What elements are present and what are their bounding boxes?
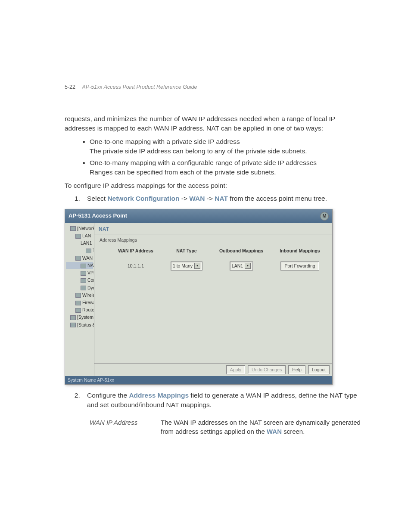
port-forwarding-button[interactable]: Port Fowarding: [280, 261, 319, 271]
tree-label: NAT: [87, 263, 94, 268]
step-2: Configure the Address Mappings field to …: [82, 391, 366, 410]
menu-network-configuration: Network Configuration: [107, 195, 179, 202]
col-nat-type: NAT Type: [167, 248, 206, 254]
chevron-down-icon: ▾: [194, 263, 200, 269]
menu-wan: WAN: [189, 195, 205, 202]
col-wan-ip: WAN IP Address: [116, 248, 156, 254]
field-address-mappings: Address Mappings: [129, 392, 189, 399]
tab-nat: NAT: [94, 223, 332, 234]
tree-label: LAN: [82, 233, 91, 238]
tree-label: LAN1: [81, 240, 92, 246]
nat-type-selected: 1 to Many: [173, 263, 193, 269]
doc-title: AP-51xx Access Point Product Reference G…: [82, 84, 197, 90]
button-bar: Apply Undo Changes Help Logout: [94, 363, 332, 376]
page-icon: [81, 278, 86, 283]
bullet-line: One-to-one mapping with a private side I…: [90, 138, 240, 145]
tree-label: Wireless: [82, 292, 94, 298]
col-outbound: Outbound Mappings: [218, 248, 265, 254]
tree-label: [Status & Statistics]: [77, 322, 94, 327]
tree-label: Firewall: [82, 300, 94, 305]
text: The WAN IP addresses on the NAT screen a…: [161, 419, 361, 435]
page-number: 5-22: [65, 84, 75, 90]
table-header: WAN IP Address NAT Type Outbound Mapping…: [94, 243, 332, 254]
tree-lan1[interactable]: LAN1: [66, 240, 93, 247]
folder-icon: [70, 315, 76, 320]
configure-line: To configure IP address mappings for the…: [65, 181, 366, 190]
page-icon: [81, 264, 86, 268]
text: ->: [205, 195, 215, 202]
bullet-subline: The private side IP address can belong t…: [90, 147, 307, 155]
tree-lan[interactable]: LAN: [66, 232, 93, 240]
def-term-wan-ip: WAN IP Address: [90, 418, 161, 436]
col-inbound: Inbound Mappings: [276, 248, 324, 254]
tree-type-filter[interactable]: Type Filter: [66, 247, 93, 254]
motorola-logo-icon: M: [320, 212, 329, 221]
definition-row: WAN IP Address The WAN IP addresses on t…: [90, 418, 366, 436]
text: Select: [87, 195, 107, 202]
apply-button[interactable]: Apply: [226, 365, 245, 374]
tree-dyndns[interactable]: DynDNS: [66, 284, 93, 292]
table-row: 10.1.1.1 1 to Many ▾ LAN1 ▾: [94, 255, 332, 271]
text: ->: [179, 195, 189, 202]
text: Configure the: [87, 392, 129, 399]
tree-label: WAN: [82, 255, 93, 261]
tree-network-configuration[interactable]: [Network Configuration]: [66, 225, 93, 232]
page-icon: [86, 249, 91, 253]
bullet-one-to-many: One-to-many mapping with a configurable …: [90, 158, 366, 177]
page-header: 5-22 AP-51xx Access Point Product Refere…: [65, 84, 197, 90]
text: from the access point menu tree.: [228, 195, 327, 202]
outbound-dropdown[interactable]: LAN1 ▾: [230, 261, 253, 271]
tree-content-filtering[interactable]: Content Filtering: [66, 277, 93, 284]
steps-list-cont: Configure the Address Mappings field to …: [82, 391, 366, 410]
tree-label: Router: [82, 307, 94, 312]
def-desc: The WAN IP addresses on the NAT screen a…: [161, 418, 366, 436]
fieldset-address-mappings: Address Mappings: [100, 237, 332, 243]
folder-icon: [75, 308, 81, 313]
system-name-bar: System Name AP-51xx: [65, 376, 332, 384]
tree-router[interactable]: Router: [66, 306, 93, 314]
tree-status-statistics[interactable]: [Status & Statistics]: [66, 321, 93, 329]
text: screen.: [282, 428, 305, 435]
outbound-selected: LAN1: [232, 263, 243, 269]
nat-type-dropdown[interactable]: 1 to Many ▾: [171, 261, 202, 271]
folder-icon: [70, 323, 76, 327]
intro-paragraph: requests, and minimizes the number of WA…: [65, 114, 366, 134]
tree-vpn[interactable]: VPN: [66, 269, 93, 277]
app-window: AP-5131 Access Point M [Network Configur…: [65, 209, 333, 385]
app-title-text: AP-5131 Access Point: [68, 212, 127, 220]
tree-system-configuration[interactable]: [System Configuration]: [66, 314, 93, 321]
page-icon: [81, 286, 86, 290]
folder-icon: [75, 234, 81, 239]
folder-icon: [70, 226, 76, 231]
nav-tree[interactable]: [Network Configuration] LAN LAN1 Type Fi…: [65, 223, 94, 376]
chevron-down-icon: ▾: [245, 263, 251, 269]
folder-icon: [75, 293, 81, 298]
content-pane: NAT Address Mappings WAN IP Address NAT …: [94, 223, 332, 376]
wan-link: WAN: [267, 428, 282, 435]
tree-nat[interactable]: NAT: [66, 262, 93, 269]
folder-icon: [75, 256, 81, 261]
bullet-line: One-to-many mapping with a configurable …: [90, 159, 317, 166]
bullet-one-to-one: One-to-one mapping with a private side I…: [90, 137, 366, 156]
undo-changes-button[interactable]: Undo Changes: [248, 365, 286, 374]
tree-firewall[interactable]: Firewall: [66, 299, 93, 306]
tree-wan[interactable]: WAN: [66, 255, 93, 262]
folder-icon: [75, 301, 81, 305]
page-icon: [81, 271, 86, 276]
steps-list: Select Network Configuration -> WAN -> N…: [82, 194, 366, 203]
tree-label: VPN: [87, 270, 94, 275]
help-button[interactable]: Help: [288, 365, 305, 374]
step-1: Select Network Configuration -> WAN -> N…: [82, 194, 366, 203]
tree-label: [System Configuration]: [77, 314, 94, 320]
tree-label: DynDNS: [87, 285, 94, 290]
wan-ip-value: 10.1.1.1: [116, 263, 156, 269]
tree-wireless[interactable]: Wireless: [66, 292, 93, 299]
logout-button[interactable]: Logout: [308, 365, 330, 374]
tree-label: [Network Configuration]: [77, 226, 94, 231]
tree-label: Content Filtering: [87, 277, 94, 283]
app-title-bar: AP-5131 Access Point M: [65, 209, 332, 223]
mapping-bullets: One-to-one mapping with a private side I…: [90, 137, 366, 177]
bullet-subline: Ranges can be specified from each of the…: [90, 168, 276, 176]
menu-nat: NAT: [215, 195, 228, 202]
